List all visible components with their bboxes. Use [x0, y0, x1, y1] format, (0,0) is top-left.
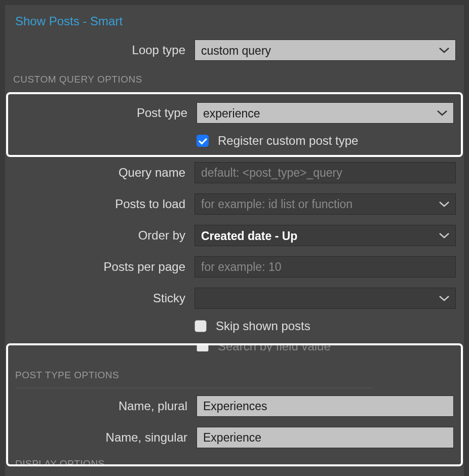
- loop-type-label: Loop type: [13, 43, 185, 57]
- search-by-field-label[interactable]: Search by field value: [218, 343, 331, 351]
- query-name-input[interactable]: [194, 162, 456, 183]
- loop-type-row: Loop type custom query: [13, 39, 456, 61]
- order-by-label: Order by: [13, 228, 185, 243]
- post-type-select[interactable]: experience: [197, 102, 454, 124]
- settings-panel: Show Posts - Smart Loop type custom quer…: [5, 5, 464, 476]
- post-type-options-section-header: POST TYPE OPTIONS: [15, 367, 454, 383]
- name-singular-input[interactable]: [197, 427, 454, 448]
- name-singular-label: Name, singular: [15, 430, 187, 445]
- register-cpt-row: Register custom post type: [15, 134, 454, 148]
- display-options-section-header: DISPLAY OPTIONS: [15, 458, 105, 466]
- name-plural-row: Name, plural: [15, 395, 454, 417]
- post-type-options-highlight: Search by field value POST TYPE OPTIONS …: [6, 343, 463, 466]
- post-type-row: Post type experience: [15, 102, 454, 124]
- posts-to-load-input[interactable]: [194, 193, 456, 215]
- posts-per-page-row: Posts per page: [13, 256, 456, 277]
- name-singular-row: Name, singular: [15, 427, 454, 448]
- posts-to-load-label: Posts to load: [13, 197, 185, 211]
- panel-title: Show Posts - Smart: [13, 5, 456, 39]
- post-type-highlight: Post type experience Register custom pos…: [6, 92, 463, 157]
- register-cpt-checkbox[interactable]: [197, 135, 209, 147]
- name-plural-input[interactable]: [197, 395, 454, 417]
- register-cpt-label[interactable]: Register custom post type: [218, 134, 358, 148]
- posts-per-page-input[interactable]: [194, 256, 456, 277]
- order-by-row: Order by Created date - Up: [13, 225, 456, 246]
- order-by-select[interactable]: Created date - Up: [194, 225, 456, 246]
- section-divider: [15, 388, 373, 388]
- sticky-row: Sticky: [13, 288, 456, 309]
- search-by-field-checkbox[interactable]: [197, 343, 209, 351]
- post-type-label: Post type: [15, 106, 187, 120]
- sticky-label: Sticky: [13, 291, 185, 305]
- loop-type-select[interactable]: custom query: [194, 39, 456, 61]
- query-name-row: Query name: [13, 162, 456, 183]
- skip-shown-row: Skip shown posts: [13, 319, 456, 333]
- skip-shown-label[interactable]: Skip shown posts: [216, 319, 310, 333]
- skip-shown-checkbox[interactable]: [194, 320, 207, 332]
- query-name-label: Query name: [13, 166, 185, 180]
- search-by-field-row: Search by field value: [15, 343, 454, 351]
- posts-per-page-label: Posts per page: [13, 260, 185, 274]
- posts-to-load-row: Posts to load: [13, 193, 456, 215]
- sticky-select[interactable]: [194, 288, 456, 309]
- custom-query-section-header: CUSTOM QUERY OPTIONS: [13, 71, 456, 87]
- name-plural-label: Name, plural: [15, 399, 187, 413]
